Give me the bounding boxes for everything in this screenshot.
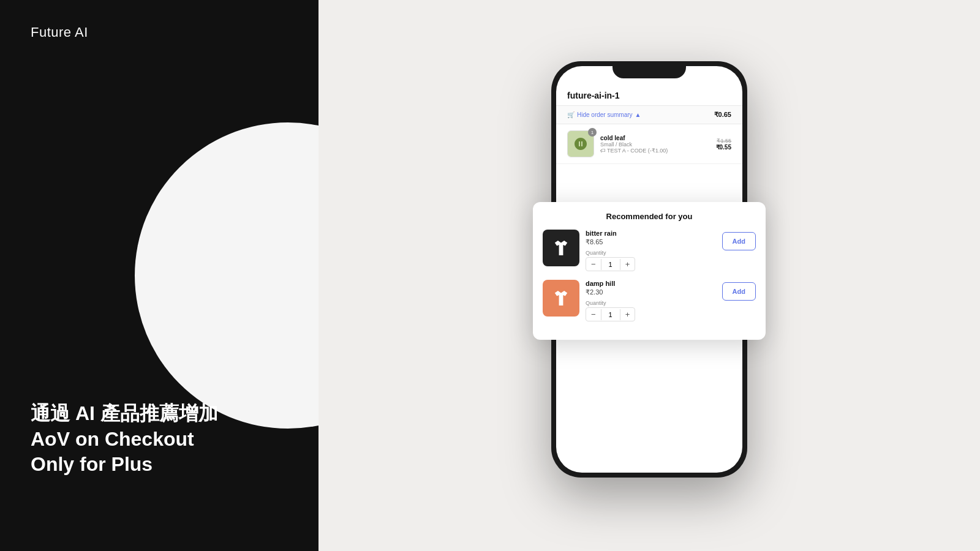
store-name: future-ai-in-1 [556,84,742,106]
shirt-orange-bg [543,280,579,317]
hero-text: 通過 AI 產品推薦增加 AoV on Checkout Only for Pl… [31,401,288,478]
rec-qty-control-1: − 1 + [586,307,716,321]
product-image-wrap: 1 [567,130,594,157]
qty-decrease-0[interactable]: − [586,258,601,271]
product-name: cold leaf [600,135,710,141]
rec-item-1: damp hill ₹2.30 Quantity − 1 + Add [543,280,756,321]
right-panel: future-ai-in-1 🛒 Hide order summary ▲ ₹0… [318,0,980,551]
order-summary-label: Hide order summary [577,111,633,118]
rec-item-price-0: ₹8.65 [586,238,716,246]
left-panel: Future AI 通過 AI 產品推薦增加 AoV on Checkout O… [0,0,318,551]
shirt-icon-black [551,238,571,258]
rec-qty-control-0: − 1 + [586,257,716,271]
hero-line3: Only for Plus [31,452,288,478]
qty-box-1: − 1 + [586,307,635,321]
rec-qty-label-1: Quantity [586,300,716,306]
rec-item-details-1: damp hill ₹2.30 Quantity − 1 + [586,280,716,321]
rec-title: Recommended for you [543,212,756,221]
product-badge: 1 [588,128,597,137]
qty-box-0: − 1 + [586,257,635,271]
tag-icon: 🏷 [600,148,606,154]
qty-increase-0[interactable]: + [620,258,635,271]
rec-item-name-0: bitter rain [586,230,716,237]
product-item: 1 cold leaf Small / Black 🏷 TEST A - COD… [556,124,742,164]
price-original: ₹1.55 [716,138,731,144]
chevron-icon: ▲ [635,111,641,118]
rec-add-button-0[interactable]: Add [722,232,756,250]
product-prices: ₹1.55 ₹0.55 [716,138,731,151]
discount-text: TEST A - CODE (-₹1.00) [607,148,668,154]
phone-container: future-ai-in-1 🛒 Hide order summary ▲ ₹0… [533,43,766,508]
rec-item-details-0: bitter rain ₹8.65 Quantity − 1 + [586,230,716,271]
product-variant: Small / Black [600,141,710,148]
cart-icon: 🛒 [567,111,575,118]
phone-notch [612,61,686,78]
qty-value-0: 1 [601,259,620,270]
rec-item-0: bitter rain ₹8.65 Quantity − 1 + Add [543,230,756,271]
order-summary-row[interactable]: 🛒 Hide order summary ▲ ₹0.65 [556,106,742,124]
rec-qty-label-0: Quantity [586,250,716,256]
rec-item-name-1: damp hill [586,280,716,287]
qty-increase-1[interactable]: + [620,308,635,321]
product-info: cold leaf Small / Black 🏷 TEST A - CODE … [600,135,710,154]
order-summary-toggle[interactable]: 🛒 Hide order summary ▲ [567,111,641,118]
shirt-icon-orange [551,288,571,309]
leaf-icon [573,137,588,151]
product-discount: 🏷 TEST A - CODE (-₹1.00) [600,148,710,154]
hero-line2: AoV on Checkout [31,427,288,452]
rec-item-price-1: ₹2.30 [586,288,716,296]
price-final: ₹0.55 [716,144,731,151]
qty-value-1: 1 [601,309,620,320]
shirt-black-bg [543,230,579,266]
rec-item-image-1 [543,280,579,317]
rec-item-image-0 [543,230,579,266]
recommendation-popup: Recommended for you bitter rain ₹8.65 Qu… [533,202,766,340]
hero-line1: 通過 AI 產品推薦增加 [31,401,288,427]
order-summary-price: ₹0.65 [714,111,731,119]
rec-add-button-1[interactable]: Add [722,282,756,301]
logo: Future AI [31,24,288,40]
qty-decrease-1[interactable]: − [586,308,601,321]
